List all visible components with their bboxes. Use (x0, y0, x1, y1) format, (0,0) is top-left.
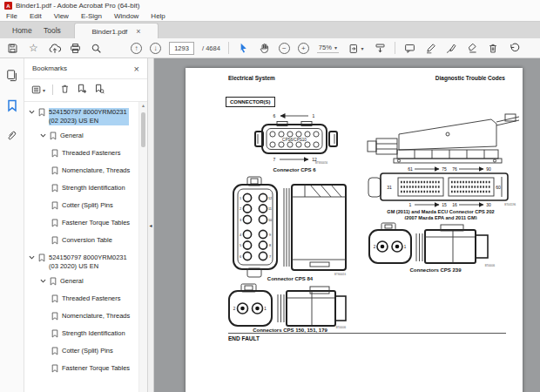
cps6-figure-id: BTW00056 (315, 161, 327, 165)
next-page-button[interactable]: ↓ (150, 43, 161, 54)
caret-down-icon: ▾ (361, 45, 363, 51)
expand-current-bookmark-icon[interactable] (94, 82, 105, 98)
bookmark-item[interactable]: Strength Identification (29, 329, 138, 341)
zoom-level-select[interactable]: 75% ▾ (317, 44, 339, 53)
bookmark-icon (51, 294, 59, 306)
chevron-down-icon[interactable] (40, 278, 47, 287)
close-tab-icon[interactable]: × (136, 28, 140, 35)
cps6-pin-label-1: 1 (313, 113, 315, 118)
bookmarks-panel-header: Bookmarks × (24, 58, 147, 79)
bookmark-item[interactable]: Nomenclature, Threads (29, 166, 138, 178)
new-bookmark-icon[interactable] (77, 82, 87, 98)
bookmark-label: Fastener Torque Tables (62, 364, 130, 373)
bookmark-label: General (60, 132, 84, 140)
bookmark-icon (51, 219, 59, 230)
cps150-pin-1: 1 (264, 307, 267, 311)
delete-trash-icon[interactable] (487, 42, 500, 55)
cps84-pin-label: 3 (240, 219, 241, 222)
hand-tool-icon[interactable] (258, 42, 271, 55)
cps84-pin-label: 10 (268, 219, 272, 222)
bookmark-item[interactable]: Conversion Table (29, 236, 138, 247)
tab-document[interactable]: Binder1.pdf × (74, 23, 159, 39)
ecu-label-61: 61 (408, 166, 413, 172)
bookmark-icon (38, 253, 46, 265)
cps239-figure-id: BT00006 (485, 264, 496, 267)
close-panel-icon[interactable]: × (134, 64, 139, 74)
comment-icon[interactable] (403, 42, 416, 55)
cps84-pin-label: 2 (240, 207, 241, 211)
page-thumbnails-icon[interactable] (6, 69, 18, 85)
highlight-icon[interactable] (424, 42, 437, 55)
menu-window[interactable]: Window (108, 12, 145, 20)
delete-bookmark-icon[interactable] (60, 82, 70, 98)
rotate-ccw-icon[interactable] (508, 42, 521, 55)
bookmark-icon (38, 108, 46, 119)
bookmark-item[interactable]: Fastener Torque Tables (29, 364, 138, 375)
menu-help[interactable]: Help (145, 12, 171, 20)
zoom-level-value: 75% (319, 44, 332, 51)
scrollbar-up-icon[interactable]: ▲ (139, 103, 147, 108)
ecu-label-31: 31 (387, 185, 392, 190)
menu-file[interactable]: File (0, 12, 24, 20)
zoom-in-button[interactable]: + (298, 43, 309, 54)
caret-down-icon: ▾ (43, 87, 45, 93)
sign-icon[interactable] (445, 42, 458, 55)
bookmarks-panel-toolbar: ▾ (24, 78, 147, 102)
figure-connectors-cps239: 2 1 BT00006 Connectors CPS 239 (366, 220, 510, 274)
menu-view[interactable]: View (48, 12, 75, 20)
share-upload-icon[interactable] (48, 42, 61, 55)
bookmark-label: Fastener Torque Tables (62, 219, 130, 227)
cps6-pin-label-6: 6 (273, 113, 276, 118)
find-icon[interactable] (90, 42, 103, 55)
previous-page-button[interactable]: ↑ (131, 43, 142, 54)
ecu-label-16: 16 (452, 202, 457, 207)
cps84-pin-label: 4 (240, 233, 241, 237)
cps239-pin-2: 2 (374, 245, 376, 249)
bookmarks-panel-icon[interactable] (7, 99, 17, 116)
cps6-caption: Connector CPS 6 (273, 167, 316, 172)
bookmark-item[interactable]: Threaded Fasteners (29, 149, 138, 160)
document-tab-label: Binder1.pdf (91, 28, 127, 36)
tab-tools[interactable]: Tools (35, 22, 70, 39)
save-icon[interactable] (6, 42, 19, 55)
favorites-star-icon[interactable]: ☆ (27, 42, 40, 55)
print-icon[interactable] (69, 42, 82, 55)
bookmark-label: Nomenclature, Threads (62, 312, 130, 321)
page-number-input[interactable] (169, 42, 194, 55)
select-tool-icon[interactable] (237, 42, 250, 55)
menu-edit[interactable]: Edit (24, 12, 48, 20)
bookmarks-scrollbar[interactable]: ▲ (138, 102, 147, 392)
scrollbar-thumb[interactable] (141, 112, 145, 147)
cps84-caption: Connector CPS 84 (267, 276, 314, 281)
chevron-down-icon[interactable] (40, 132, 47, 141)
page-count-label: / 4684 (202, 44, 220, 52)
scrolling-mode-icon[interactable] (374, 42, 387, 55)
bookmark-tree: 524150797 8000YRM0231 (02 2023) US ENGen… (24, 102, 138, 392)
bookmarks-panel: Bookmarks × ▾ 524150797 8000YRM0231 (02 … (24, 58, 148, 392)
stamp-icon[interactable] (466, 42, 479, 55)
page-fit-select[interactable]: ▾ (347, 42, 366, 55)
bookmark-label: Nomenclature, Threads (62, 166, 130, 175)
bookmark-item[interactable]: Threaded Fasteners (29, 294, 138, 306)
bookmark-item[interactable]: General (29, 277, 138, 288)
attachments-paperclip-icon[interactable] (6, 130, 17, 145)
bookmark-item[interactable]: Cotter (Split) Pins (29, 201, 138, 213)
bookmark-item[interactable]: Fastener Torque Tables (29, 219, 138, 230)
collapse-panel-icon[interactable]: ◂ (149, 222, 152, 228)
bookmark-item[interactable]: General (29, 132, 138, 143)
bookmark-item[interactable]: 524150797 8000YRM0231 (02 2023) US EN (29, 108, 138, 125)
bookmark-options-icon[interactable]: ▾ (31, 84, 45, 95)
bookmark-item[interactable]: Nomenclature, Threads (29, 312, 138, 323)
document-viewport[interactable]: Electrical System Diagnostic Trouble Cod… (154, 58, 540, 392)
bookmark-item[interactable]: Cotter (Split) Pins (29, 347, 138, 358)
zoom-out-button[interactable]: − (279, 43, 290, 54)
bookmark-item[interactable]: Strength Identification (29, 184, 138, 195)
bookmark-icon (51, 329, 59, 341)
chevron-down-icon[interactable] (29, 109, 36, 118)
ecu-label-75: 75 (442, 166, 447, 172)
cps84-pin-label: 6 (240, 255, 241, 259)
bookmark-item[interactable]: 524150797 8000YRM0231 (03 2020) US EN (29, 253, 138, 271)
panel-collapse-divider[interactable]: ◂ (148, 58, 154, 392)
chevron-down-icon[interactable] (29, 254, 36, 263)
menu-esign[interactable]: E-Sign (75, 12, 108, 20)
